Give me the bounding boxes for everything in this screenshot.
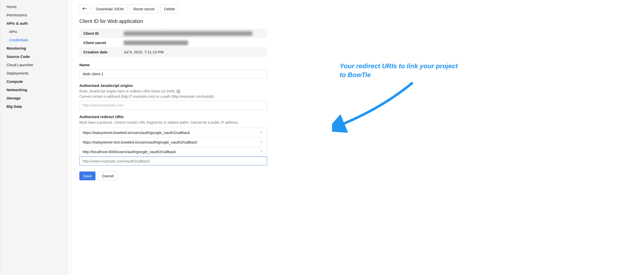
sidebar-item-big-data[interactable]: Big Data: [0, 102, 68, 111]
back-button[interactable]: [79, 5, 90, 13]
name-label: Name: [79, 63, 267, 67]
sidebar-item-credentials[interactable]: Credentials: [0, 36, 68, 44]
client-id-label: Client ID: [79, 29, 120, 38]
annotation-arrow-icon: [332, 80, 415, 133]
annotation-callout: Your redirect URIs to link your project …: [340, 62, 466, 79]
sidebar-item-source-code[interactable]: Source Code: [0, 52, 68, 61]
remove-uri-icon[interactable]: ×: [259, 130, 264, 135]
reset-secret-button[interactable]: Reset secret: [130, 5, 158, 13]
js-origins-block: Authorized JavaScript origins Enter Java…: [79, 83, 267, 110]
name-input[interactable]: [79, 70, 267, 78]
client-secret-label: Client secret: [79, 38, 120, 47]
sidebar-item-apis-auth[interactable]: APIs & auth: [0, 19, 68, 27]
redirect-uri-input[interactable]: [80, 157, 267, 165]
form-actions: Save Cancel: [79, 171, 641, 180]
sidebar-item-home[interactable]: Home: [0, 3, 68, 11]
name-field-block: Name: [79, 63, 267, 78]
sidebar-item-compute[interactable]: Compute: [0, 77, 68, 86]
back-arrow-icon: [82, 7, 87, 11]
client-secret-value: ████████████████████████: [124, 41, 188, 45]
cancel-button[interactable]: Cancel: [98, 171, 117, 180]
redirect-uris-label: Authorized redirect URIs: [79, 115, 267, 119]
redirect-uri-row: http://localhost:4000/users/auth/google_…: [79, 147, 267, 157]
creation-date-label: Creation date: [79, 47, 120, 57]
js-origins-label: Authorized JavaScript origins: [79, 83, 267, 88]
sidebar-item-permissions[interactable]: Permissions: [0, 11, 68, 19]
client-id-value: ████████████████████████████████████████…: [124, 31, 252, 36]
download-json-button[interactable]: Download JSON: [92, 5, 127, 13]
sidebar-item-cloud-launcher[interactable]: Cloud Launcher: [0, 61, 68, 69]
sidebar-item-deployments[interactable]: Deployments: [0, 69, 68, 77]
main-content: Download JSON Reset secret Delete Client…: [71, 0, 644, 275]
redirect-uri-input-row: [79, 157, 267, 165]
sidebar-item-networking[interactable]: Networking: [0, 86, 68, 94]
redirect-uri-list: https://eatsystreet.bowtied.io/users/aut…: [79, 128, 267, 165]
sidebar-item-monitoring[interactable]: Monitoring: [0, 44, 68, 52]
table-row: Creation date Jul 9, 2015, 7:11:13 PM: [79, 47, 267, 57]
js-origins-input[interactable]: [79, 101, 267, 110]
redirect-uri-row: https://eatsystreet.bowtied.io/users/aut…: [79, 128, 267, 138]
redirect-uri-row: https://eatsystreet-test.bowtied.io/user…: [79, 138, 267, 147]
table-row: Client secret ████████████████████████: [79, 38, 267, 47]
toolbar: Download JSON Reset secret Delete: [79, 5, 641, 13]
js-origins-help-line2: Cannot contain a wildcard (http://*.exam…: [79, 94, 215, 98]
client-info-table: Client ID ██████████████████████████████…: [79, 29, 267, 57]
creation-date-value: Jul 9, 2015, 7:11:13 PM: [120, 47, 267, 57]
js-origins-help-line1: Enter JavaScript origins here or redirec…: [79, 89, 175, 93]
redirect-uri-text: https://eatsystreet.bowtied.io/users/aut…: [83, 130, 257, 135]
help-icon[interactable]: ?: [176, 89, 180, 93]
sidebar: HomePermissionsAPIs & authAPIsCredential…: [0, 0, 68, 275]
delete-button[interactable]: Delete: [160, 5, 179, 13]
redirect-uri-text: http://localhost:4000/users/auth/google_…: [83, 150, 257, 154]
annotation-text: Your redirect URIs to link your project …: [340, 62, 466, 79]
sidebar-item-apis[interactable]: APIs: [0, 27, 68, 36]
redirect-uris-help: Must have a protocol. Cannot contain URL…: [79, 120, 267, 125]
page-title: Client ID for Web application: [79, 18, 641, 24]
table-row: Client ID ██████████████████████████████…: [79, 29, 267, 38]
save-button[interactable]: Save: [79, 171, 95, 180]
remove-uri-icon[interactable]: ×: [259, 149, 264, 154]
remove-uri-icon[interactable]: ×: [259, 140, 264, 145]
sidebar-item-storage[interactable]: Storage: [0, 94, 68, 102]
redirect-uri-text: https://eatsystreet-test.bowtied.io/user…: [83, 140, 257, 144]
js-origins-help: Enter JavaScript origins here or redirec…: [79, 89, 267, 99]
redirect-uris-block: Authorized redirect URIs Must have a pro…: [79, 115, 267, 165]
